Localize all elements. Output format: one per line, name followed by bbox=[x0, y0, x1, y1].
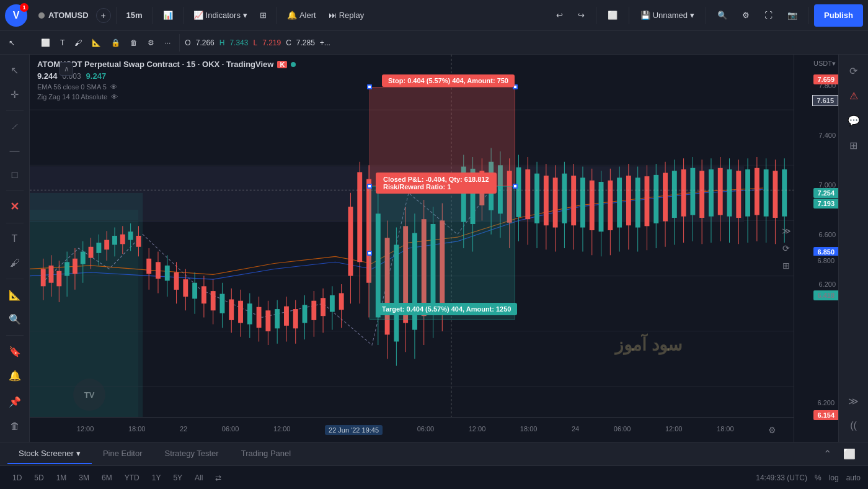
sidebar-separator bbox=[6, 335, 24, 336]
tf-ytd[interactable]: YTD bbox=[120, 472, 144, 484]
cursor-tool-sidebar[interactable]: ↖ bbox=[4, 60, 26, 81]
right-panel-btn-1[interactable]: ⟳ bbox=[843, 60, 865, 82]
measure-tool-sidebar[interactable]: 📐 bbox=[4, 284, 26, 306]
stop-label: Stop: 0.404 (5.57%) 404, Amount: 750 bbox=[382, 74, 515, 87]
expand-arrow[interactable]: ∧ bbox=[60, 62, 73, 76]
tf-1y[interactable]: 1Y bbox=[147, 472, 166, 484]
indicators-button[interactable]: 📈 Indicators ▾ bbox=[188, 8, 252, 22]
alert-icon: 🔔 bbox=[287, 11, 297, 20]
selection-tool[interactable]: ⬜ bbox=[37, 36, 54, 50]
tf-1m[interactable]: 1M bbox=[51, 472, 72, 484]
chart-area[interactable]: ∧ ATOMUSDT Perpetual Swap Contract · 15 … bbox=[30, 55, 794, 442]
collapse-panel-button[interactable]: ⌃ bbox=[816, 443, 838, 465]
chart-type-button[interactable]: 📊 bbox=[158, 8, 178, 22]
cursor-tool[interactable]: ↖ bbox=[5, 36, 19, 50]
target-label: Target: 0.404 (5.57%) 404, Amount: 1250 bbox=[376, 303, 517, 315]
handle-mid-left[interactable] bbox=[367, 184, 372, 189]
tab-stock-screener[interactable]: Stock Screener ▾ bbox=[7, 444, 92, 464]
redo-button[interactable]: ↪ bbox=[572, 7, 591, 24]
price-tag-green2: 7.193 bbox=[813, 199, 838, 209]
text-tool-sidebar[interactable]: T bbox=[4, 228, 26, 250]
replay-button[interactable]: ⏭ Replay bbox=[324, 8, 369, 22]
tf-all[interactable]: All bbox=[190, 472, 208, 484]
log-toggle[interactable]: log bbox=[829, 473, 839, 482]
right-panel-btn-3[interactable]: 💬 bbox=[843, 109, 865, 132]
tf-compare[interactable]: ⇄ bbox=[210, 472, 226, 484]
svg-rect-70 bbox=[311, 301, 316, 320]
price-val-1: 9.244 bbox=[37, 71, 58, 81]
price-val-3: 9.247 bbox=[86, 71, 107, 81]
pin-tool[interactable]: 📌 bbox=[4, 391, 26, 413]
tf-5y[interactable]: 5Y bbox=[168, 472, 187, 484]
separator bbox=[183, 7, 184, 24]
svg-rect-30 bbox=[128, 231, 133, 240]
tf-1d[interactable]: 1D bbox=[7, 472, 27, 484]
crosshair-tool-sidebar[interactable]: ✛ bbox=[4, 84, 26, 105]
tf-5d[interactable]: 5D bbox=[29, 472, 48, 484]
trash-tool[interactable]: 🗑 bbox=[126, 36, 141, 50]
zoom-tool-sidebar[interactable]: 🔍 bbox=[4, 308, 26, 330]
layouts-button[interactable]: ⊞ bbox=[255, 8, 272, 22]
tab-pine-editor[interactable]: Pine Editor bbox=[92, 444, 154, 464]
symbol-button[interactable]: ATOMUSD bbox=[33, 8, 94, 22]
brush-tool-sidebar[interactable]: 🖌 bbox=[4, 252, 26, 274]
alert-button[interactable]: 🔔 Alert bbox=[282, 8, 321, 22]
handle-mid-center[interactable] bbox=[367, 251, 372, 256]
tab-strategy-tester[interactable]: Strategy Tester bbox=[153, 444, 229, 464]
indicators-icon: 📈 bbox=[193, 11, 203, 20]
chart-type-icon: 📊 bbox=[163, 11, 173, 20]
svg-rect-166 bbox=[764, 169, 769, 217]
shapes-tool[interactable]: □ bbox=[4, 164, 26, 186]
right-panel-btn-6[interactable]: (( bbox=[843, 415, 865, 437]
auto-toggle[interactable]: auto bbox=[846, 473, 861, 482]
svg-rect-142 bbox=[653, 175, 658, 223]
measure-tool[interactable]: 📐 bbox=[88, 36, 105, 50]
tab-trading-panel[interactable]: Trading Panel bbox=[230, 444, 302, 464]
expand-panel-button[interactable]: ⬜ bbox=[838, 443, 861, 465]
right-panel-btn-4[interactable]: ⊞ bbox=[843, 134, 865, 156]
tf-6m[interactable]: 6M bbox=[97, 472, 117, 484]
logo[interactable]: V 1 bbox=[5, 4, 27, 27]
time-settings-button[interactable]: ⚙ bbox=[768, 425, 776, 435]
fullscreen-button[interactable]: ⛶ bbox=[758, 7, 779, 24]
screenshot-button[interactable]: 📷 bbox=[781, 7, 804, 24]
horizontal-line-tool[interactable]: — bbox=[4, 140, 26, 161]
edge-btn-2[interactable]: ⟳ bbox=[780, 242, 792, 254]
add-symbol-button[interactable]: + bbox=[96, 8, 111, 23]
search-button[interactable]: 🔍 bbox=[711, 7, 733, 24]
layout-button[interactable]: ⬜ bbox=[601, 7, 624, 24]
percent-toggle[interactable]: % bbox=[815, 473, 822, 482]
handle-mid-right[interactable] bbox=[513, 184, 518, 189]
settings-button[interactable]: ⚙ bbox=[736, 7, 756, 24]
indicator-row-2: Zig Zag 14 10 Absolute 👁 bbox=[37, 93, 296, 101]
bottom-panel: Stock Screener ▾ Pine Editor Strategy Te… bbox=[0, 442, 868, 489]
timeframe-button[interactable]: 15m bbox=[122, 8, 148, 22]
svg-rect-62 bbox=[275, 309, 280, 328]
right-panel-btn-2[interactable]: ⚠ bbox=[843, 84, 865, 107]
timeframe-group: 1D 5D 1M 3M 6M YTD 1Y 5Y All ⇄ bbox=[7, 472, 226, 484]
unnamed-button[interactable]: 💾 Unnamed ▾ bbox=[634, 7, 701, 24]
lock-tool[interactable]: 🔒 bbox=[107, 36, 124, 50]
brush-tool[interactable]: 🖌 bbox=[71, 36, 86, 50]
alerts-tool[interactable]: 🔔 bbox=[4, 365, 26, 387]
edge-btn-1[interactable]: ≫ bbox=[780, 225, 792, 237]
handle-top-left[interactable] bbox=[367, 84, 372, 89]
publish-button[interactable]: Publish bbox=[814, 4, 863, 27]
trash-tool-sidebar[interactable]: 🗑 bbox=[4, 415, 26, 437]
right-panel-btn-5[interactable]: ≫ bbox=[843, 390, 865, 412]
text-tool[interactable]: T bbox=[56, 36, 68, 50]
svg-rect-74 bbox=[330, 295, 335, 312]
tf-3m[interactable]: 3M bbox=[74, 472, 94, 484]
trend-line-tool[interactable]: ⟋ bbox=[4, 116, 26, 138]
edge-btn-3[interactable]: ⊞ bbox=[780, 259, 792, 272]
svg-rect-168 bbox=[773, 171, 777, 218]
more-tool[interactable]: ··· bbox=[161, 36, 174, 50]
svg-rect-24 bbox=[104, 240, 109, 250]
svg-rect-72 bbox=[321, 298, 326, 316]
watchlist-tool[interactable]: 🔖 bbox=[4, 341, 26, 362]
close-label: C bbox=[286, 38, 291, 47]
remove-tool[interactable]: ✕ bbox=[4, 196, 26, 218]
settings-tool[interactable]: ⚙ bbox=[144, 36, 158, 50]
logo-badge: 1 bbox=[20, 3, 29, 12]
undo-button[interactable]: ↩ bbox=[550, 7, 569, 24]
